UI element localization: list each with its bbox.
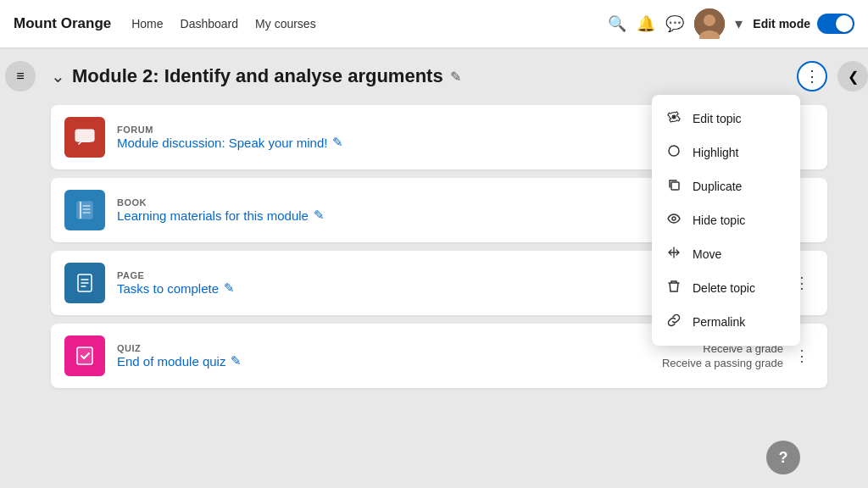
nav-my-courses[interactable]: My courses <box>255 17 316 30</box>
brand-logo: Mount Orange <box>14 15 111 32</box>
menu-item-edit-topic[interactable]: Edit topic <box>652 102 800 136</box>
forum-icon <box>64 117 105 158</box>
module-context-menu-button[interactable]: ⋮ <box>797 61 827 92</box>
trash-icon <box>665 280 682 297</box>
menu-item-permalink-label: Permalink <box>693 315 745 329</box>
book-icon <box>64 190 105 230</box>
svg-point-5 <box>672 217 676 220</box>
menu-item-delete-topic-label: Delete topic <box>693 281 755 295</box>
content-area: ⌄ Module 2: Identify and analyse argumen… <box>41 47 837 488</box>
nav-dashboard[interactable]: Dashboard <box>181 17 239 30</box>
page-item-info: PAGE Tasks to complete ✎ <box>117 270 682 296</box>
menu-item-hide-topic[interactable]: Hide topic <box>652 203 800 237</box>
toggle-knob <box>836 15 853 32</box>
help-button[interactable]: ? <box>766 441 800 474</box>
link-icon <box>665 313 682 330</box>
nav-home[interactable]: Home <box>131 17 163 30</box>
duplicate-icon <box>665 178 682 195</box>
menu-item-hide-topic-label: Hide topic <box>693 214 745 227</box>
page-type-label: PAGE <box>117 270 682 280</box>
search-icon[interactable]: 🔍 <box>608 14 626 33</box>
module-header: ⌄ Module 2: Identify and analyse argumen… <box>51 61 827 92</box>
menu-item-edit-topic-label: Edit topic <box>693 112 742 125</box>
header: Mount Orange Home Dashboard My courses 🔍… <box>0 0 868 47</box>
menu-item-duplicate-label: Duplicate <box>693 180 742 193</box>
quiz-icon <box>64 336 105 376</box>
gear-icon <box>665 110 682 127</box>
menu-item-highlight[interactable]: Highlight <box>652 136 800 169</box>
svg-rect-8 <box>77 202 92 219</box>
hamburger-icon: ≡ <box>16 69 24 84</box>
main-layout: ≡ ⌄ Module 2: Identify and analyse argum… <box>0 47 868 488</box>
quiz-item-actions: Receive a grade Receive a passing grade … <box>662 342 814 369</box>
move-icon <box>665 246 682 263</box>
page-icon <box>64 263 105 303</box>
svg-point-1 <box>704 14 715 26</box>
highlight-icon <box>665 144 682 161</box>
sidebar-toggle-area: ≡ <box>0 47 41 488</box>
svg-rect-10 <box>77 347 92 364</box>
sidebar-toggle-button[interactable]: ≡ <box>5 61 36 92</box>
module-edit-pencil-icon[interactable]: ✎ <box>450 69 461 85</box>
page-item-title: Tasks to complete ✎ <box>117 280 682 296</box>
module-title: Module 2: Identify and analyse arguments <box>72 65 443 87</box>
eye-icon <box>665 212 682 229</box>
book-edit-pencil-icon[interactable]: ✎ <box>314 208 325 223</box>
quiz-context-menu-button[interactable]: ⋮ <box>790 344 814 368</box>
edit-mode-button[interactable]: Edit mode <box>753 14 854 34</box>
bell-icon[interactable]: 🔔 <box>637 14 655 33</box>
page-edit-pencil-icon[interactable]: ✎ <box>224 280 235 296</box>
right-panel: ❮ <box>837 47 868 488</box>
edit-mode-toggle[interactable] <box>817 14 854 34</box>
menu-item-move-label: Move <box>693 247 721 261</box>
menu-item-move[interactable]: Move <box>652 237 800 271</box>
avatar-chevron-icon[interactable]: ▾ <box>735 14 743 33</box>
quiz-type-label: QUIZ <box>117 343 650 353</box>
chat-icon[interactable]: 💬 <box>665 14 684 33</box>
header-right: 🔍 🔔 💬 ▾ Edit mode <box>608 8 854 39</box>
svg-rect-6 <box>75 130 94 141</box>
menu-item-duplicate[interactable]: Duplicate <box>652 169 800 203</box>
svg-rect-4 <box>671 182 679 190</box>
module-collapse-icon[interactable]: ⌄ <box>51 66 65 86</box>
menu-item-highlight-label: Highlight <box>693 146 738 159</box>
chevron-left-icon: ❮ <box>848 69 859 85</box>
edit-mode-label: Edit mode <box>753 17 810 30</box>
quiz-item-title: End of module quiz ✎ <box>117 353 650 369</box>
right-panel-collapse-button[interactable]: ❮ <box>837 61 868 92</box>
main-nav: Home Dashboard My courses <box>131 17 315 30</box>
forum-edit-pencil-icon[interactable]: ✎ <box>332 135 343 150</box>
avatar[interactable] <box>694 8 725 39</box>
quiz-edit-pencil-icon[interactable]: ✎ <box>231 353 242 369</box>
context-dropdown-menu: Edit topic Highlight Duplicate <box>652 95 800 346</box>
menu-item-permalink[interactable]: Permalink <box>652 305 800 339</box>
svg-point-3 <box>669 146 679 156</box>
menu-item-delete-topic[interactable]: Delete topic <box>652 271 800 305</box>
quiz-item-info: QUIZ End of module quiz ✎ <box>117 343 650 369</box>
receive-passing-grade-label: Receive a passing grade <box>662 357 783 369</box>
